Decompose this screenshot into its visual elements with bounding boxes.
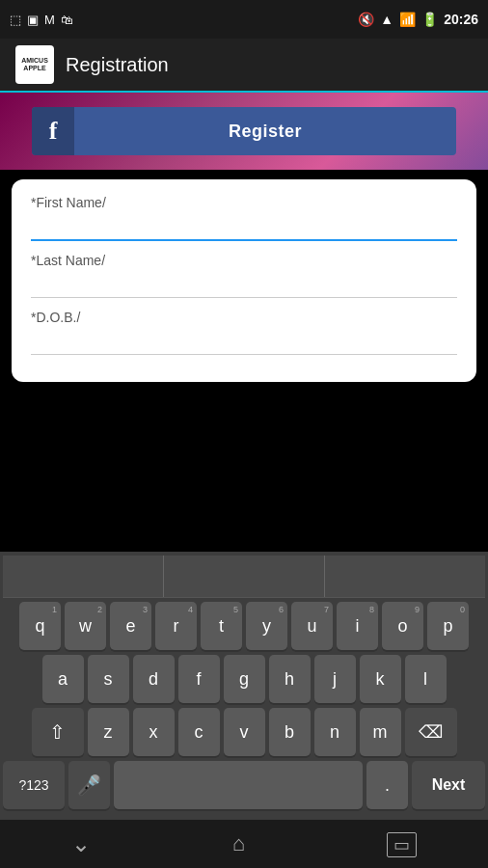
key-a[interactable]: a bbox=[42, 655, 84, 703]
first-name-input[interactable] bbox=[31, 214, 457, 241]
screenshot-icon: ⬚ bbox=[10, 13, 21, 27]
suggestion-1[interactable] bbox=[3, 556, 164, 597]
symbol-label: ?123 bbox=[18, 777, 48, 793]
last-name-label: *Last Name/ bbox=[31, 253, 457, 268]
shift-icon: ⇧ bbox=[49, 720, 66, 744]
key-b[interactable]: b bbox=[269, 708, 311, 756]
key-y[interactable]: 6y bbox=[246, 602, 287, 650]
gmail-icon: M bbox=[44, 13, 55, 27]
key-k[interactable]: k bbox=[360, 655, 401, 703]
facebook-register-button[interactable]: f Register bbox=[32, 107, 456, 155]
home-icon: ⌂ bbox=[232, 831, 245, 855]
shift-key[interactable]: ⇧ bbox=[32, 708, 84, 756]
window-icon: ▣ bbox=[27, 13, 39, 27]
app-bar: AMICUSAPPLE Registration bbox=[0, 39, 488, 93]
banner: f Register bbox=[0, 93, 488, 170]
key-g[interactable]: g bbox=[224, 655, 265, 703]
wifi-icon: ▲ bbox=[380, 12, 393, 27]
key-s[interactable]: s bbox=[88, 655, 129, 703]
key-v[interactable]: v bbox=[224, 708, 265, 756]
nav-bar: ⌄ ⌂ ▭ bbox=[0, 820, 488, 868]
registration-form: *First Name/ *Last Name/ *D.O.B./ bbox=[12, 179, 476, 382]
mute-icon: 🔇 bbox=[358, 12, 374, 27]
key-f[interactable]: f bbox=[178, 655, 220, 703]
key-l[interactable]: l bbox=[405, 655, 447, 703]
symbol-key[interactable]: ?123 bbox=[3, 761, 65, 809]
clock: 20:26 bbox=[444, 12, 478, 27]
key-m[interactable]: m bbox=[360, 708, 401, 756]
keyboard-row-2: a s d f g h j k l bbox=[3, 655, 485, 703]
next-label: Next bbox=[432, 776, 466, 794]
signal-icon: 📶 bbox=[399, 12, 416, 27]
key-o[interactable]: 9o bbox=[382, 602, 423, 650]
status-bar: ⬚ ▣ M 🛍 🔇 ▲ 📶 🔋 20:26 bbox=[0, 0, 488, 39]
key-q[interactable]: 1q bbox=[19, 602, 61, 650]
keyboard-row-1: 1q 2w 3e 4r 5t 6y 7u 8i 9o 0p bbox=[3, 602, 485, 650]
keyboard: 1q 2w 3e 4r 5t 6y 7u 8i 9o 0p a s d f g … bbox=[0, 552, 488, 820]
key-t[interactable]: 5t bbox=[201, 602, 242, 650]
battery-icon: 🔋 bbox=[421, 12, 438, 27]
suggestion-3[interactable] bbox=[325, 556, 485, 597]
mic-key[interactable]: 🎤 bbox=[68, 761, 110, 809]
first-name-field: *First Name/ bbox=[31, 195, 457, 241]
backspace-icon: ⌫ bbox=[419, 721, 443, 743]
space-key[interactable] bbox=[114, 761, 363, 809]
recents-button[interactable]: ▭ bbox=[367, 824, 436, 864]
facebook-icon-box: f bbox=[32, 107, 74, 155]
mic-icon: 🎤 bbox=[77, 773, 101, 797]
facebook-f-letter: f bbox=[49, 117, 58, 146]
app-logo: AMICUSAPPLE bbox=[15, 45, 54, 84]
last-name-input[interactable] bbox=[31, 272, 457, 298]
backspace-key[interactable]: ⌫ bbox=[405, 708, 457, 756]
dob-input[interactable] bbox=[31, 329, 457, 355]
bag-icon: 🛍 bbox=[61, 13, 73, 27]
key-c[interactable]: c bbox=[178, 708, 220, 756]
status-icons-left: ⬚ ▣ M 🛍 bbox=[10, 13, 73, 27]
key-r[interactable]: 4r bbox=[155, 602, 197, 650]
key-w[interactable]: 2w bbox=[65, 602, 106, 650]
status-icons-right: 🔇 ▲ 📶 🔋 20:26 bbox=[358, 12, 478, 27]
period-key[interactable]: . bbox=[366, 761, 408, 809]
app-title: Registration bbox=[66, 54, 169, 76]
keyboard-row-4: ?123 🎤 . Next bbox=[3, 761, 485, 809]
suggestion-bar bbox=[3, 556, 485, 598]
key-p[interactable]: 0p bbox=[427, 602, 469, 650]
key-i[interactable]: 8i bbox=[337, 602, 378, 650]
key-z[interactable]: z bbox=[88, 708, 129, 756]
home-button[interactable]: ⌂ bbox=[213, 824, 264, 864]
facebook-register-label: Register bbox=[74, 122, 456, 142]
back-icon: ⌄ bbox=[71, 830, 91, 856]
key-u[interactable]: 7u bbox=[291, 602, 333, 650]
key-j[interactable]: j bbox=[314, 655, 356, 703]
key-d[interactable]: d bbox=[133, 655, 175, 703]
suggestion-2[interactable] bbox=[164, 556, 325, 597]
key-h[interactable]: h bbox=[269, 655, 311, 703]
dob-label: *D.O.B./ bbox=[31, 310, 457, 325]
key-x[interactable]: x bbox=[133, 708, 175, 756]
period-label: . bbox=[385, 775, 390, 796]
back-button[interactable]: ⌄ bbox=[52, 823, 110, 865]
next-key[interactable]: Next bbox=[412, 761, 485, 809]
recents-icon: ▭ bbox=[387, 832, 417, 857]
last-name-field: *Last Name/ bbox=[31, 253, 457, 298]
dob-field: *D.O.B./ bbox=[31, 310, 457, 355]
key-e[interactable]: 3e bbox=[110, 602, 151, 650]
keyboard-row-3: ⇧ z x c v b n m ⌫ bbox=[3, 708, 485, 756]
first-name-label: *First Name/ bbox=[31, 195, 457, 210]
key-n[interactable]: n bbox=[314, 708, 356, 756]
